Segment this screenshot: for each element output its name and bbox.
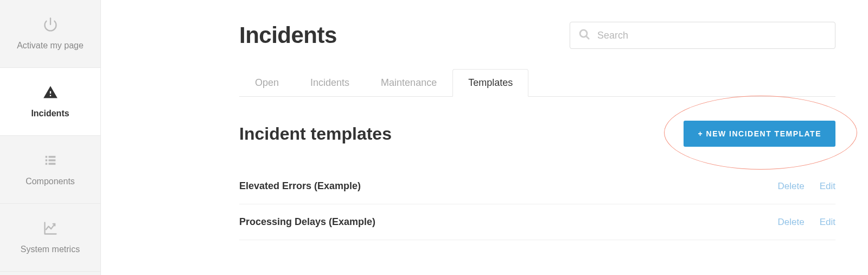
section-header: Incident templates + New Incident Templa… — [239, 121, 835, 147]
sidebar-item-incidents[interactable]: Incidents — [0, 68, 100, 136]
tabs: Open Incidents Maintenance Templates — [239, 68, 835, 97]
main-content: Incidents Open Incidents Maintenance Tem… — [101, 0, 868, 275]
template-actions: Delete Edit — [778, 181, 835, 192]
sidebar-item-activate[interactable]: Activate my page — [0, 0, 100, 68]
svg-rect-3 — [45, 159, 47, 161]
svg-line-8 — [586, 36, 589, 39]
sidebar-item-label: Incidents — [31, 109, 69, 118]
sidebar: Activate my page Incidents Components Sy… — [0, 0, 101, 275]
search-wrapper — [570, 22, 835, 49]
tab-templates[interactable]: Templates — [452, 69, 528, 97]
sidebar-item-label: Components — [25, 177, 75, 186]
sidebar-item-label: Activate my page — [17, 41, 84, 51]
svg-rect-5 — [45, 163, 47, 165]
svg-rect-6 — [48, 163, 55, 165]
template-item: Elevated Errors (Example) Delete Edit — [239, 168, 835, 204]
sidebar-item-components[interactable]: Components — [0, 136, 100, 204]
page-header: Incidents — [239, 22, 835, 49]
power-icon — [43, 17, 58, 34]
page-title: Incidents — [239, 22, 337, 48]
sidebar-item-metrics[interactable]: System metrics — [0, 204, 100, 272]
edit-button[interactable]: Edit — [820, 181, 835, 192]
search-icon — [578, 28, 590, 42]
warning-icon — [43, 85, 58, 102]
section-title: Incident templates — [239, 124, 392, 144]
delete-button[interactable]: Delete — [778, 181, 805, 192]
delete-button[interactable]: Delete — [778, 217, 805, 228]
sidebar-item-label: System metrics — [21, 245, 80, 254]
template-actions: Delete Edit — [778, 217, 835, 228]
svg-rect-2 — [48, 156, 55, 158]
svg-rect-1 — [45, 156, 47, 158]
tab-maintenance[interactable]: Maintenance — [365, 69, 452, 97]
search-input[interactable] — [570, 22, 835, 49]
edit-button[interactable]: Edit — [820, 217, 835, 228]
template-list: Elevated Errors (Example) Delete Edit Pr… — [239, 168, 835, 240]
template-name: Elevated Errors (Example) — [239, 180, 361, 192]
list-icon — [43, 153, 58, 170]
template-name: Processing Delays (Example) — [239, 216, 375, 228]
new-incident-template-button[interactable]: + New Incident Template — [684, 121, 835, 147]
tab-incidents[interactable]: Incidents — [295, 69, 365, 97]
template-item: Processing Delays (Example) Delete Edit — [239, 204, 835, 240]
tab-open[interactable]: Open — [239, 69, 295, 97]
chart-icon — [42, 221, 59, 238]
svg-rect-4 — [48, 159, 55, 161]
